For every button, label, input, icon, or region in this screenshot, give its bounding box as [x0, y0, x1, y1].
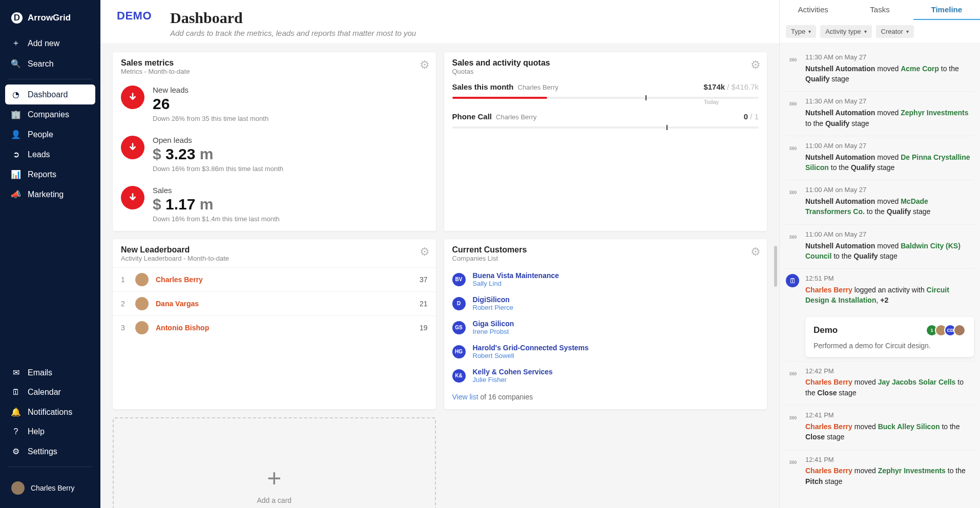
timeline-time: 12:41 PM	[805, 455, 974, 465]
nav-marketing[interactable]: 📣 Marketing	[0, 184, 100, 204]
timeline-item[interactable]: »» 12:42 PM Charles Berry moved Jay Jaco…	[786, 361, 974, 405]
nav-reports[interactable]: 📊 Reports	[0, 164, 100, 184]
scrollbar-thumb[interactable]	[774, 246, 777, 287]
metric-name: Open leads	[153, 136, 428, 144]
gear-icon[interactable]: ⚙	[420, 245, 430, 259]
timeline-text: Nutshell Automation moved Baldwin City (…	[805, 241, 974, 262]
tab-tasks[interactable]: Tasks	[846, 0, 913, 20]
activity-card-body: Performed a demo for Circuit design.	[814, 342, 966, 350]
nav-people[interactable]: 👤 People	[0, 124, 100, 144]
customer-row[interactable]: BV Buena Vista Maintenance Sally Lind	[444, 267, 767, 291]
nav-divider	[8, 467, 92, 467]
quota-progress-bar	[452, 97, 759, 99]
timeline-item[interactable]: »» 11:30 AM on May 27 Nutshell Automatio…	[786, 48, 974, 91]
timeline-item[interactable]: »» 11:00 AM on May 27 Nutshell Automatio…	[786, 224, 974, 268]
customers-footer-rest: of 16 companies	[478, 393, 533, 401]
timeline-time: 12:41 PM	[805, 411, 974, 420]
chevron-down-icon: ▾	[906, 29, 909, 34]
timeline-item[interactable]: »» 11:00 AM on May 27 Nutshell Automatio…	[786, 180, 974, 224]
search-button[interactable]: 🔍 Search	[0, 54, 100, 74]
leaderboard-row[interactable]: 3 Antonio Bishop 19	[113, 315, 436, 340]
metric-row: Open leads $ 3.23 m Down 16% from $3.86m…	[113, 131, 436, 181]
activity-card-title: Demo	[814, 325, 838, 335]
filter-activity-type[interactable]: Activity type▾	[820, 25, 871, 38]
tab-activities[interactable]: Activities	[780, 0, 846, 20]
chart-icon: 📊	[11, 170, 20, 179]
company-avatar: HG	[452, 345, 466, 358]
leaderboard-name: Charles Berry	[156, 276, 412, 284]
company-name: Kelly & Cohen Services	[473, 368, 553, 376]
metric-row: Sales $ 1.17 m Down 16% from $1.4m this …	[113, 181, 436, 231]
customer-row[interactable]: GS Giga Silicon Irene Probst	[444, 315, 767, 340]
chevron-down-icon: ▾	[864, 29, 867, 34]
gear-icon[interactable]: ⚙	[420, 58, 430, 72]
quota-label: Phone Call	[452, 112, 492, 121]
nav-emails[interactable]: ✉ Emails	[0, 363, 100, 383]
nav-notifications[interactable]: 🔔 Notifications	[0, 402, 100, 422]
activity-detail-card[interactable]: Demo 1 CD Performed a demo for Circuit d…	[805, 317, 974, 357]
customer-row[interactable]: K& Kelly & Cohen Services Julie Fisher	[444, 364, 767, 388]
timeline-item[interactable]: »» 12:41 PM Charles Berry moved Zephyr I…	[786, 450, 974, 494]
down-arrow-icon	[121, 136, 144, 159]
nav-help[interactable]: ? Help	[0, 422, 100, 441]
calendar-icon: 🗓	[11, 388, 20, 397]
leaderboard-score: 37	[420, 276, 428, 284]
quota-label: Sales this month	[452, 82, 514, 91]
timeline-text: Nutshell Automation moved McDade Transfo…	[805, 196, 974, 217]
view-list-link[interactable]: View list	[452, 393, 478, 401]
company-person: Julie Fisher	[473, 376, 553, 384]
leaderboard-name: Antonio Bishop	[156, 324, 412, 332]
leaderboard-row[interactable]: 1 Charles Berry 37	[113, 267, 436, 291]
help-icon: ?	[11, 427, 20, 436]
quota-values: $174k / $416.7k	[703, 82, 759, 91]
add-new-label: Add new	[28, 39, 59, 48]
nav-leads[interactable]: ➲ Leads	[0, 144, 100, 164]
filter-creator[interactable]: Creator▾	[876, 25, 914, 38]
left-sidebar: D ArrowGrid ＋ Add new 🔍 Search ◔ Dashboa…	[0, 0, 100, 508]
customer-row[interactable]: D DigiSilicon Robert Pierce	[444, 291, 767, 315]
timeline-item[interactable]: »» 11:00 AM on May 27 Nutshell Automatio…	[786, 136, 974, 180]
thermometer-icon: ➲	[11, 150, 20, 159]
timeline-panel: Activities Tasks Timeline Type▾ Activity…	[779, 0, 980, 508]
brand: D ArrowGrid	[0, 5, 100, 33]
user-footer[interactable]: Charles Berry	[0, 472, 100, 508]
filter-type[interactable]: Type▾	[786, 25, 816, 38]
building-icon: 🏢	[11, 110, 20, 119]
company-person: Robert Pierce	[473, 304, 513, 311]
down-arrow-icon	[121, 86, 144, 109]
timeline-time: 11:30 AM on May 27	[805, 97, 974, 107]
gear-icon[interactable]: ⚙	[750, 58, 761, 72]
timeline-item[interactable]: »» 12:41 PM Charles Berry moved Buck All…	[786, 405, 974, 449]
card-subtitle: Companies List	[452, 255, 759, 262]
gear-icon[interactable]: ⚙	[750, 245, 761, 259]
add-new-button[interactable]: ＋ Add new	[0, 33, 100, 54]
timeline-time: 11:00 AM on May 27	[805, 185, 974, 195]
customer-row[interactable]: HG Harold's Grid-Connected Systems Rober…	[444, 340, 767, 364]
timeline-time: 12:51 PM	[805, 274, 974, 284]
timeline-text: Nutshell Automation moved De Pinna Cryst…	[805, 152, 974, 173]
nav-calendar[interactable]: 🗓 Calendar	[0, 383, 100, 402]
nav-companies[interactable]: 🏢 Companies	[0, 104, 100, 124]
metric-name: New leads	[153, 86, 428, 94]
timeline-time: 11:00 AM on May 27	[805, 141, 974, 151]
timeline-text: Charles Berry moved Jay Jacobs Solar Cel…	[805, 377, 974, 398]
nav-settings[interactable]: ⚙ Settings	[0, 441, 100, 461]
chevrons-right-icon: »»	[786, 411, 799, 424]
timeline-item[interactable]: 🗓 12:51 PM Charles Berry logged an activ…	[786, 268, 974, 312]
add-card-button[interactable]: + Add a card	[113, 417, 436, 508]
timeline-time: 12:42 PM	[805, 367, 974, 376]
tab-timeline[interactable]: Timeline	[913, 0, 980, 20]
chevrons-right-icon: »»	[786, 455, 799, 469]
timeline-text: Nutshell Automation moved Acme Corp to t…	[805, 64, 974, 84]
nav-dashboard[interactable]: ◔ Dashboard	[5, 84, 95, 104]
company-person: Robert Sowell	[473, 352, 589, 359]
quota-owner: Charles Berry	[518, 83, 558, 91]
leaderboard-row[interactable]: 2 Dana Vargas 21	[113, 291, 436, 315]
leaderboard-name: Dana Vargas	[156, 300, 412, 308]
quota-row: Sales this monthCharles Berry $174k / $4…	[444, 80, 767, 110]
timeline-text: Charles Berry moved Zephyr Investments t…	[805, 465, 974, 486]
quota-progress-bar	[452, 126, 759, 129]
timeline-item[interactable]: »» 11:30 AM on May 27 Nutshell Automatio…	[786, 91, 974, 135]
leaderboard-card: ⚙ New Leaderboard Activity Leaderboard -…	[113, 239, 436, 409]
activity-card-avatars: 1 CD	[929, 324, 966, 336]
